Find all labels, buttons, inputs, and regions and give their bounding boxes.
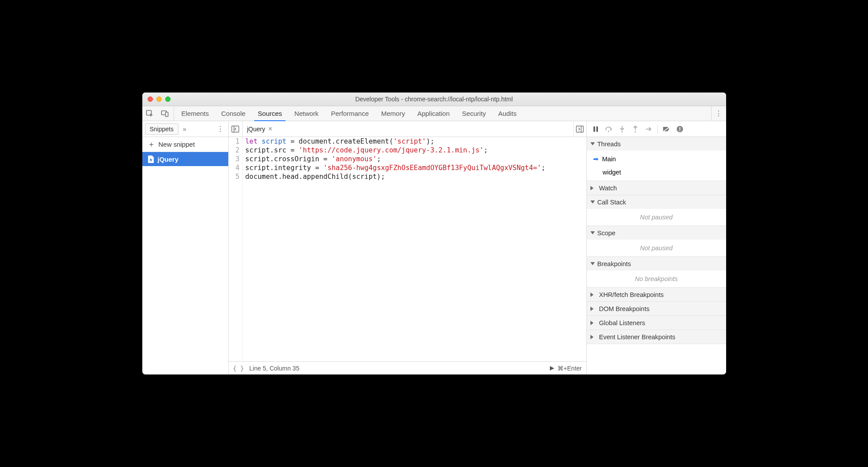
pause-on-exceptions-icon[interactable] — [675, 124, 685, 134]
section-scope: Scope Not paused — [587, 226, 726, 257]
tab-memory[interactable]: Memory — [375, 106, 411, 121]
cursor-position: Line 5, Column 35 — [249, 365, 300, 372]
section-dom-breakpoints: DOM Breakpoints — [587, 302, 726, 316]
debugger-pane: Threads ➡ Main widget Watch — [586, 121, 726, 374]
tab-network[interactable]: Network — [288, 106, 325, 121]
inspect-element-icon[interactable] — [142, 106, 157, 121]
panels-body: Snippets » ⋮ ＋ New snippet jQuery — [142, 121, 726, 374]
navigator-pane: Snippets » ⋮ ＋ New snippet jQuery — [142, 121, 229, 374]
section-global-listeners: Global Listeners — [587, 316, 726, 330]
devtools-window: Developer Tools - chrome-search://local-… — [142, 93, 726, 374]
more-options-icon[interactable]: ⋮ — [711, 106, 726, 121]
plus-icon: ＋ — [148, 139, 155, 149]
section-threads: Threads ➡ Main widget — [587, 137, 726, 181]
snippet-item-label: jQuery — [158, 156, 179, 163]
pause-resume-icon[interactable] — [590, 124, 601, 134]
section-callstack: Call Stack Not paused — [587, 195, 726, 226]
new-snippet-button[interactable]: ＋ New snippet — [142, 137, 228, 152]
pretty-print-icon[interactable]: { } — [233, 365, 244, 372]
section-event-listener-breakpoints: Event Listener Breakpoints — [587, 330, 726, 344]
run-hint-label: ⌘+Enter — [557, 365, 582, 372]
debugger-toolbar — [587, 121, 726, 137]
main-tabs: Elements Console Sources Network Perform… — [175, 106, 523, 121]
svg-point-9 — [608, 130, 609, 132]
svg-point-13 — [634, 131, 636, 132]
window-controls — [142, 96, 171, 102]
callstack-placeholder: Not paused — [587, 211, 726, 224]
section-header-dom[interactable]: DOM Breakpoints — [587, 302, 726, 315]
line-gutter: 1 2 3 4 5 — [229, 137, 243, 361]
step-over-icon[interactable] — [604, 124, 614, 134]
svg-rect-3 — [232, 126, 239, 132]
svg-rect-17 — [679, 130, 680, 131]
thread-item-widget[interactable]: widget — [587, 166, 726, 179]
chevron-down-icon — [590, 142, 595, 145]
section-header-scope[interactable]: Scope — [587, 226, 726, 240]
divider — [174, 106, 174, 121]
svg-rect-7 — [594, 126, 595, 132]
navigator-tab-snippets[interactable]: Snippets — [145, 123, 178, 135]
close-window-button[interactable] — [148, 96, 153, 102]
scope-placeholder: Not paused — [587, 241, 726, 255]
snippet-file-list: jQuery — [142, 152, 228, 374]
tab-audits[interactable]: Audits — [492, 106, 523, 121]
tab-elements[interactable]: Elements — [175, 106, 215, 121]
tab-sources[interactable]: Sources — [252, 106, 288, 121]
section-breakpoints: Breakpoints No breakpoints — [587, 257, 726, 288]
chevron-right-icon — [590, 307, 596, 311]
tab-application[interactable]: Application — [411, 106, 456, 121]
navigator-options-icon[interactable]: ⋮ — [212, 125, 228, 133]
thread-item-main[interactable]: ➡ Main — [587, 152, 726, 166]
section-header-breakpoints[interactable]: Breakpoints — [587, 257, 726, 271]
section-xhr-breakpoints: XHR/fetch Breakpoints — [587, 288, 726, 302]
editor-tab-label: jQuery — [247, 126, 265, 133]
new-snippet-label: New snippet — [159, 141, 195, 148]
editor-pane: jQuery ✕ 1 2 3 4 5 — [229, 121, 586, 374]
tab-console[interactable]: Console — [215, 106, 252, 121]
toggle-device-toolbar-icon[interactable] — [157, 106, 172, 121]
chevron-right-icon — [590, 321, 596, 325]
breakpoints-placeholder: No breakpoints — [587, 272, 726, 285]
chevron-down-icon — [590, 262, 595, 265]
tab-security[interactable]: Security — [456, 106, 492, 121]
editor-tab-jquery[interactable]: jQuery ✕ — [243, 121, 276, 137]
step-into-icon[interactable] — [617, 124, 627, 134]
snippet-item-jquery[interactable]: jQuery — [142, 152, 228, 166]
chevron-right-icon — [590, 293, 596, 297]
section-header-global[interactable]: Global Listeners — [587, 316, 726, 330]
more-navigator-tabs-icon[interactable]: » — [178, 126, 191, 133]
section-header-watch[interactable]: Watch — [587, 181, 726, 195]
section-header-events[interactable]: Event Listener Breakpoints — [587, 330, 726, 344]
titlebar: Developer Tools - chrome-search://local-… — [142, 93, 726, 106]
section-header-threads[interactable]: Threads — [587, 137, 726, 151]
toggle-navigator-icon[interactable] — [229, 121, 243, 137]
step-out-icon[interactable] — [630, 124, 641, 134]
svg-point-11 — [621, 131, 623, 132]
section-header-callstack[interactable]: Call Stack — [587, 195, 726, 209]
play-icon — [549, 366, 555, 371]
svg-rect-8 — [596, 126, 598, 132]
editor-tabs-row: jQuery ✕ — [229, 121, 586, 137]
section-header-xhr[interactable]: XHR/fetch Breakpoints — [587, 288, 726, 301]
step-icon[interactable] — [643, 124, 654, 134]
chevron-right-icon — [590, 186, 596, 190]
chevron-down-icon — [590, 231, 595, 234]
section-watch: Watch — [587, 181, 726, 195]
zoom-window-button[interactable] — [165, 96, 171, 102]
chevron-down-icon — [590, 200, 595, 204]
code-content: let script = document.createElement('scr… — [243, 137, 548, 361]
main-tabbar: Elements Console Sources Network Perform… — [142, 106, 726, 121]
toggle-debugger-icon[interactable] — [573, 121, 586, 137]
code-editor[interactable]: 1 2 3 4 5 let script = document.createEl… — [229, 137, 586, 361]
svg-rect-2 — [165, 112, 168, 116]
svg-rect-16 — [679, 127, 680, 130]
minimize-window-button[interactable] — [156, 96, 162, 102]
navigator-tabs-row: Snippets » ⋮ — [142, 121, 228, 137]
tab-performance[interactable]: Performance — [325, 106, 375, 121]
current-thread-icon: ➡ — [593, 156, 599, 163]
window-title: Developer Tools - chrome-search://local-… — [142, 96, 726, 103]
deactivate-breakpoints-icon[interactable] — [661, 124, 672, 134]
close-tab-icon[interactable]: ✕ — [268, 126, 273, 132]
snippet-file-icon — [148, 156, 154, 163]
run-snippet-button[interactable]: ⌘+Enter — [549, 365, 582, 372]
